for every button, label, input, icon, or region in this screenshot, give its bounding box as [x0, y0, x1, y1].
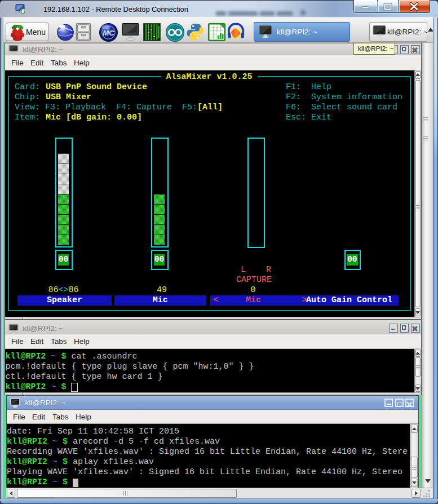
svg-text:MC: MC [103, 29, 114, 37]
